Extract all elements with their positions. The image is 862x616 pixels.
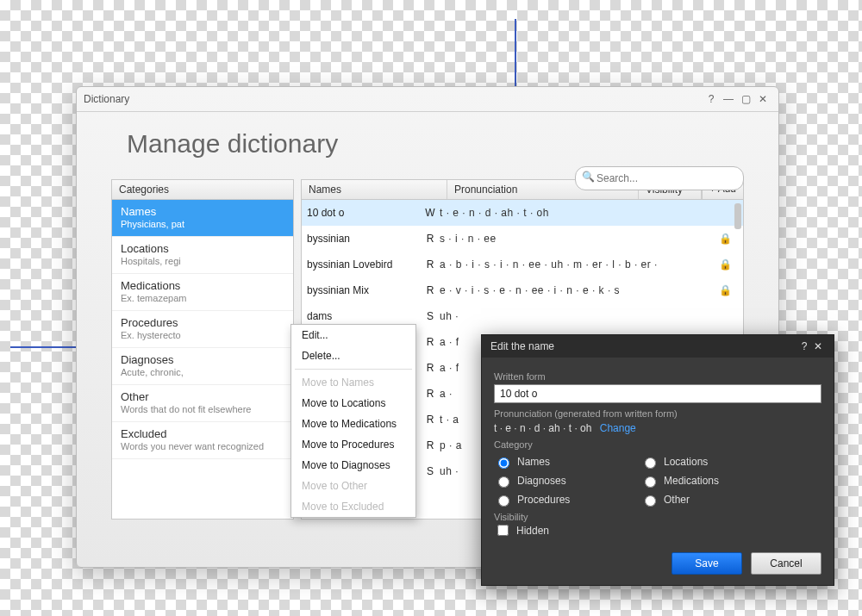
table-row[interactable]: byssinian MixRe · v · i · s · e · n · ee… [302,277,743,303]
radio-label: Names [517,456,550,468]
cell-rw: W [421,207,440,219]
menu-item[interactable]: Delete... [291,345,415,366]
cell-rw: S [421,310,440,322]
menu-item[interactable]: Move to Procedures [291,434,415,455]
category-title: Other [121,390,284,403]
category-radio[interactable]: Locations [640,455,735,469]
cell-visibility: 🔒 [712,233,738,245]
category-item[interactable]: LocationsHospitals, regi [112,237,293,274]
radio-label: Other [664,494,690,506]
radio-input[interactable] [645,495,656,507]
category-label: Category [494,439,821,450]
hidden-checkbox[interactable] [497,525,509,536]
radio-input[interactable] [498,495,509,507]
category-title: Locations [121,242,284,255]
category-subtitle: Words that do not fit elsewhere [121,404,284,414]
cell-pronunciation: t · e · n · d · ah · t · oh [440,207,712,219]
hidden-checkbox-row[interactable]: Hidden [494,522,589,538]
category-subtitle: Hospitals, regi [121,256,284,266]
category-radio[interactable]: Diagnoses [494,474,589,488]
category-title: Diagnoses [121,353,284,366]
change-link[interactable]: Change [600,422,636,434]
category-item[interactable]: ExcludedWords you never want recognized [112,422,293,459]
categories-header: Categories [111,179,294,200]
cell-pronunciation: s · i · n · ee [440,233,712,245]
categories-list: NamesPhysicians, patLocationsHospitals, … [111,200,294,520]
category-item[interactable]: NamesPhysicians, pat [112,200,293,237]
lock-icon: 🔒 [719,258,732,271]
category-item[interactable]: MedicationsEx. temazepam [112,274,293,311]
category-subtitle: Ex. hysterecto [121,330,284,340]
category-radio[interactable]: Medications [640,474,735,488]
category-item[interactable]: ProceduresEx. hysterecto [112,311,293,348]
radio-input[interactable] [498,476,509,488]
table-row[interactable]: byssinian LovebirdRa · b · i · s · i · n… [302,252,743,277]
search-input[interactable] [575,166,744,190]
lock-icon: 🔒 [719,284,732,296]
save-button[interactable]: Save [671,552,742,575]
cell-name: dams [307,310,421,322]
cell-name: 10 dot o [307,207,421,219]
category-title: Medications [121,279,284,292]
category-title: Names [121,205,284,218]
pronunciation-label: Pronunciation (generated from written fo… [494,408,821,419]
dialog-titlebar: Edit the name ? ✕ [482,335,834,358]
titlebar: Dictionary ? — ▢ ✕ [77,87,778,112]
menu-item[interactable]: Move to Medications [291,414,415,434]
radio-label: Locations [664,456,708,468]
cell-name: byssinian Lovebird [307,258,421,271]
cancel-button[interactable]: Cancel [751,552,821,575]
menu-item: Move to Excluded [291,496,415,517]
radio-input[interactable] [645,476,656,488]
written-form-label: Written form [494,371,821,382]
lock-icon: 🔒 [719,233,732,245]
radio-label: Diagnoses [517,475,566,487]
help-icon[interactable]: ? [703,93,720,105]
cell-pronunciation: uh · [440,310,712,322]
radio-label: Medications [664,475,719,487]
cell-pronunciation: e · v · i · s · e · n · ee · i · n · e ·… [440,284,712,296]
visibility-label: Visibility [494,512,821,522]
category-title: Excluded [121,427,284,440]
menu-item[interactable]: Move to Locations [291,393,415,414]
cell-pronunciation: a · b · i · s · i · n · ee · uh · m · er… [440,258,712,271]
dialog-close-icon[interactable]: ✕ [811,340,825,352]
category-radio[interactable]: Procedures [494,493,589,507]
cell-visibility: 🔒 [712,258,738,271]
category-item[interactable]: DiagnosesAcute, chronic, [112,348,293,385]
context-menu: Edit...Delete...Move to NamesMove to Loc… [290,324,416,518]
col-names[interactable]: Names [302,180,447,199]
cell-rw: S [421,465,440,477]
category-subtitle: Words you never want recognized [121,441,284,451]
cell-name: byssinian [307,233,421,245]
maximize-icon[interactable]: ▢ [737,93,754,105]
menu-item[interactable]: Move to Diagnoses [291,455,415,476]
cell-rw: R [421,284,440,296]
dialog-title: Edit the name [490,340,554,352]
page-title: Manage dictionary [127,129,744,159]
radio-input[interactable] [498,457,509,469]
table-row[interactable]: 10 dot oWt · e · n · d · ah · t · oh [302,200,743,226]
written-form-input[interactable] [494,384,821,403]
hidden-label: Hidden [516,525,549,537]
cell-rw: R [421,439,440,451]
scrollbar-thumb[interactable] [734,203,741,229]
minimize-icon[interactable]: — [720,93,737,105]
table-row[interactable]: byssinianRs · i · n · ee🔒 [302,226,743,252]
menu-item[interactable]: Edit... [291,325,415,345]
category-item[interactable]: OtherWords that do not fit elsewhere [112,385,293,422]
category-subtitle: Ex. temazepam [121,293,284,303]
window-title: Dictionary [84,93,129,105]
cell-rw: R [421,336,440,348]
radio-input[interactable] [645,457,656,469]
pronunciation-value: t · e · n · d · ah · t · oh [494,422,591,434]
category-radio[interactable]: Other [640,493,735,507]
category-radio[interactable]: Names [494,455,589,469]
category-title: Procedures [121,316,284,329]
menu-item: Move to Names [291,372,415,393]
close-icon[interactable]: ✕ [754,93,771,105]
dialog-help-icon[interactable]: ? [797,340,811,352]
cell-rw: R [421,258,440,271]
cell-visibility: 🔒 [712,284,738,296]
edit-name-dialog: Edit the name ? ✕ Written form Pronuncia… [481,334,834,586]
